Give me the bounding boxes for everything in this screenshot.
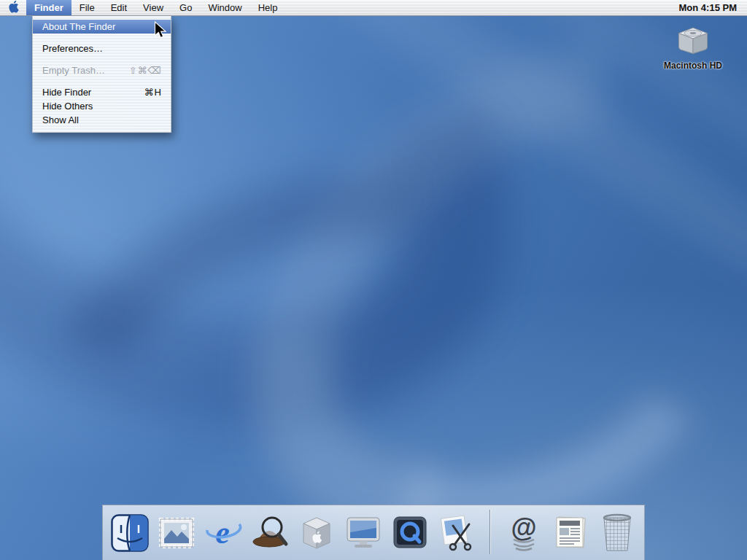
wallpaper-swirl [158, 0, 747, 560]
mail-stamp-icon [157, 514, 196, 555]
dock-icon-trash[interactable] [597, 510, 637, 555]
at-sign-spring-icon: @ [504, 513, 543, 555]
menu-item-shortcut: ⇧⌘⌫ [129, 65, 162, 76]
menu-item-about-the-finder[interactable]: About The Finder [33, 20, 171, 34]
sherlock-magnifier-icon [250, 513, 290, 555]
menu-go[interactable]: Go [171, 0, 200, 15]
dock-icon-finder[interactable] [110, 510, 150, 555]
dock-icon-displays[interactable] [344, 510, 384, 555]
apple-logo-icon [8, 0, 19, 15]
menu-item-label: About The Finder [42, 21, 115, 32]
dock-separator [489, 510, 490, 554]
menu-group-gap [33, 34, 171, 42]
desktop-screen: Macintosh HD Finder File Edit View Go Wi… [0, 0, 747, 560]
svg-text:e: e [216, 515, 231, 551]
dock-icon-email[interactable]: @ [503, 510, 543, 555]
menu-item-label: Empty Trash… [42, 65, 105, 76]
menu-item-preferences[interactable]: Preferences… [33, 42, 171, 55]
menu-item-shortcut: ⌘H [144, 87, 162, 98]
internet-explorer-icon: e [204, 513, 243, 555]
desktop-icon-macintosh-hd[interactable]: Macintosh HD [657, 22, 729, 71]
quicktime-q-icon [390, 513, 430, 555]
menu-item-show-all[interactable]: Show All [33, 113, 171, 127]
menu-item-empty-trash: Empty Trash… ⇧⌘⌫ [33, 63, 171, 77]
scissors-clipping-icon [437, 513, 476, 555]
dock-icon-mail[interactable] [157, 510, 197, 555]
dock-icon-sherlock[interactable] [250, 510, 290, 555]
menu-item-label: Show All [42, 114, 79, 125]
hard-drive-icon [674, 22, 712, 58]
menu-edit[interactable]: Edit [103, 0, 135, 15]
menu-bar-clock[interactable]: Mon 4:15 PM [669, 0, 747, 15]
desktop-icon-label: Macintosh HD [664, 61, 722, 71]
wallpaper-swirl [0, 101, 586, 560]
menu-group-gap [33, 55, 171, 63]
display-monitor-icon [344, 513, 383, 555]
menu-item-label: Hide Finder [42, 87, 91, 98]
menu-help[interactable]: Help [250, 0, 286, 15]
menu-window[interactable]: Window [200, 0, 249, 15]
dock-icon-clipping[interactable] [436, 510, 476, 555]
svg-text:@: @ [511, 513, 536, 542]
finder-menu-dropdown: About The Finder Preferences… Empty Tras… [32, 16, 171, 133]
menu-finder[interactable]: Finder [26, 0, 71, 15]
menu-item-label: Preferences… [42, 43, 103, 54]
newspaper-icon [551, 513, 590, 555]
menu-bar: Finder File Edit View Go Window Help Mon… [0, 0, 747, 16]
finder-icon [111, 514, 149, 555]
dock-icon-news[interactable] [550, 510, 590, 555]
menu-group-gap [33, 77, 171, 85]
dock-icon-mac-os-box[interactable] [297, 510, 337, 555]
dock: e [102, 505, 645, 560]
wallpaper-swirl [281, 184, 747, 560]
menu-item-hide-others[interactable]: Hide Others [33, 99, 171, 113]
menu-item-hide-finder[interactable]: Hide Finder ⌘H [33, 85, 171, 99]
mac-os-box-icon [297, 513, 336, 555]
mouse-cursor-icon [154, 21, 166, 42]
menu-file[interactable]: File [71, 0, 103, 15]
trash-basket-icon [599, 511, 635, 555]
dock-icon-internet-explorer[interactable]: e [204, 510, 244, 555]
apple-menu[interactable] [0, 0, 26, 15]
menu-view[interactable]: View [135, 0, 171, 15]
dock-icon-quicktime[interactable] [390, 510, 430, 555]
menu-item-label: Hide Others [42, 101, 93, 112]
